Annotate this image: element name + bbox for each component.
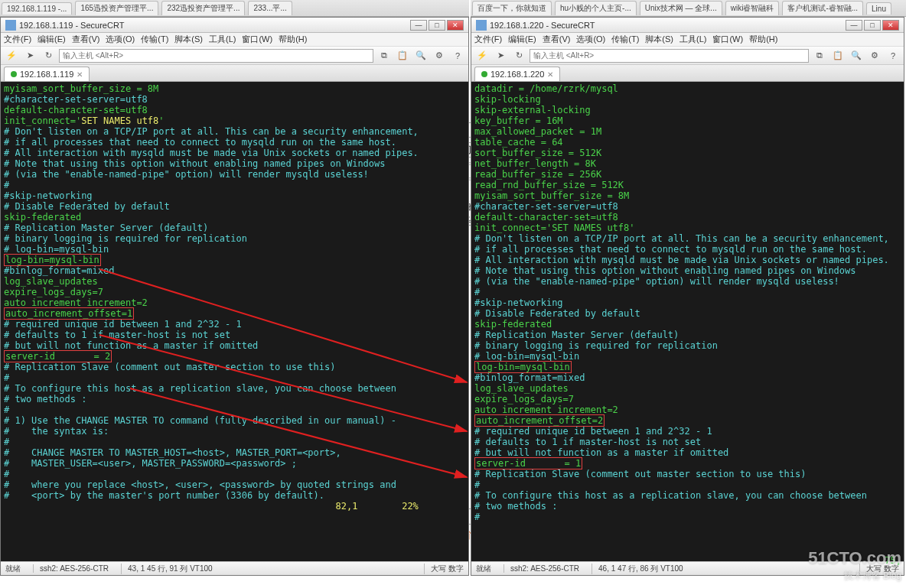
terminal-line: # Disable Federated by default [474, 308, 901, 319]
menu-item[interactable]: 传输(T) [611, 34, 639, 45]
menu-item[interactable]: 窗口(W) [712, 34, 743, 45]
close-tab-icon[interactable]: ✕ [547, 70, 553, 79]
copy-icon[interactable]: ⧉ [812, 49, 827, 63]
menubar-right: 文件(F)编辑(E)查看(V)选项(O)传输(T)脚本(S)工具(L)窗口(W)… [471, 33, 904, 47]
terminal-line: server-id = 1 [474, 458, 901, 469]
browser-tab[interactable]: hu小贱的个人主页-... [555, 1, 637, 15]
browser-tab[interactable]: Unix技术网 — 全球... [640, 1, 722, 15]
terminal-line: # 1) Use the CHANGE MASTER TO command (f… [4, 415, 465, 426]
menu-item[interactable]: 帮助(H) [749, 34, 777, 45]
terminal-line: # Replication Slave (comment out master … [474, 469, 901, 479]
browser-tab[interactable]: 192.168.1.119 -... [2, 2, 72, 15]
minimize-button[interactable]: — [846, 20, 862, 31]
help-icon[interactable]: ? [450, 49, 465, 63]
terminal-line: init_connect='SET NAMES utf8' [4, 115, 465, 126]
toolbar-left: ⚡ ➤ ↻ ⧉ 📋 🔍 ⚙ ? [1, 47, 468, 65]
terminal-line: # required unique id between 1 and 2^32 … [474, 426, 901, 437]
status-ssh: ssh2: AES-256-CTR [33, 564, 109, 573]
menu-item[interactable]: 窗口(W) [242, 34, 272, 45]
terminal-line: # defaults to 1 if master-host is not se… [474, 437, 901, 447]
close-button[interactable]: ✕ [882, 20, 899, 31]
maximize-button[interactable]: □ [429, 20, 445, 31]
terminal-left[interactable]: myisam_sort_buffer_size = 8M#character-s… [1, 82, 468, 561]
session-tab[interactable]: 192.168.1.220 ✕ [474, 67, 560, 81]
settings-icon[interactable]: ⚙ [867, 49, 882, 63]
terminal-line: # [4, 437, 465, 447]
menu-item[interactable]: 帮助(H) [279, 34, 307, 45]
terminal-line: expire_logs_days=7 [474, 394, 901, 404]
terminal-line: # Disable Federated by default [4, 201, 465, 212]
menu-item[interactable]: 脚本(S) [174, 34, 203, 45]
terminal-line: net_buffer_length = 8K [474, 158, 901, 169]
terminal-line: auto_increment_increment=2 [474, 404, 901, 415]
menu-item[interactable]: 选项(O) [576, 34, 605, 45]
browser-tab[interactable]: 客户机测试-睿智融... [782, 1, 863, 15]
line-indicator-right: 75, [885, 555, 901, 566]
menu-item[interactable]: 查看(V) [543, 34, 571, 45]
terminal-line: # log-bin=mysql-bin [474, 351, 901, 362]
menu-item[interactable]: 编辑(E) [37, 34, 66, 45]
terminal-line: log_slave_updates [4, 276, 465, 287]
terminal-line: skip-federated [474, 319, 901, 330]
menu-item[interactable]: 编辑(E) [508, 34, 536, 45]
browser-tab[interactable]: 232迅投资产管理平... [161, 1, 245, 15]
status-ready: 就绪 [476, 564, 491, 574]
terminal-line: #binlog_format=mixed [474, 372, 901, 383]
host-input-right[interactable] [530, 49, 809, 63]
menu-item[interactable]: 选项(O) [106, 34, 135, 45]
terminal-right[interactable]: datadir = /home/rzrk/mysqlskip-lockingsk… [471, 82, 904, 561]
terminal-line: auto_increment_offset=2 [474, 415, 901, 426]
status-caps: 大写 数字 [424, 564, 464, 574]
copy-icon[interactable]: ⧉ [376, 49, 392, 63]
close-tab-icon[interactable]: ✕ [77, 70, 83, 79]
browser-tab[interactable]: 233...平... [248, 1, 292, 15]
browser-tab[interactable]: 165迅投资产管理平... [75, 1, 158, 15]
session-tab[interactable]: 192.168.1.119 ✕ [4, 67, 90, 81]
browser-tabstrip-left: 192.168.1.119 -...165迅投资产管理平...232迅投资产管理… [0, 0, 469, 17]
connect-icon[interactable]: ⚡ [474, 49, 490, 63]
menu-item[interactable]: 文件(F) [4, 34, 31, 45]
terminal-line: table_cache = 64 [474, 137, 901, 148]
settings-icon[interactable]: ⚙ [432, 49, 447, 63]
terminal-line: # the syntax is: [4, 426, 465, 437]
close-button[interactable]: ✕ [447, 20, 464, 31]
menu-item[interactable]: 脚本(S) [645, 34, 673, 45]
browser-tab[interactable]: wiki睿智融科 [725, 1, 780, 15]
browser-tab[interactable]: Linu [866, 2, 891, 15]
quick-connect-icon[interactable]: ➤ [493, 49, 508, 63]
menu-item[interactable]: 文件(F) [474, 34, 502, 45]
reconnect-icon[interactable]: ↻ [511, 49, 526, 63]
titlebar-left: 192.168.1.119 - SecureCRT — □ ✕ [1, 18, 468, 33]
session-tabs-left: 192.168.1.119 ✕ [1, 65, 468, 82]
find-icon[interactable]: 🔍 [413, 49, 429, 63]
menu-item[interactable]: 工具(L) [680, 34, 706, 45]
paste-icon[interactable]: 📋 [395, 49, 410, 63]
browser-tab[interactable]: 百度一下，你就知道 [472, 1, 552, 15]
terminal-line: log-bin=mysql-bin [4, 255, 465, 265]
help-icon[interactable]: ? [885, 49, 901, 63]
find-icon[interactable]: 🔍 [849, 49, 864, 63]
terminal-line: # CHANGE MASTER TO MASTER_HOST=<host>, M… [4, 447, 465, 458]
terminal-line: # (via the "enable-named-pipe" option) w… [474, 276, 901, 287]
menu-item[interactable]: 工具(L) [209, 34, 236, 45]
terminal-line: datadir = /home/rzrk/mysql [474, 83, 901, 94]
terminal-line: # Replication Master Server (default) [474, 330, 901, 340]
connect-icon[interactable]: ⚡ [4, 49, 19, 63]
terminal-line: # [4, 404, 465, 415]
menu-item[interactable]: 查看(V) [72, 34, 100, 45]
terminal-line: #binlog_format=mixed [4, 265, 465, 276]
terminal-line: server-id = 2 [4, 351, 465, 362]
reconnect-icon[interactable]: ↻ [41, 49, 56, 63]
menu-item[interactable]: 传输(T) [141, 34, 168, 45]
terminal-line: read_rnd_buffer_size = 512K [474, 180, 901, 190]
maximize-button[interactable]: □ [864, 20, 881, 31]
terminal-line: # To configure this host as a replicatio… [4, 383, 465, 394]
terminal-line: # two methods : [474, 501, 901, 512]
terminal-line: # Don't listen on a TCP/IP port at all. … [474, 233, 901, 244]
paste-icon[interactable]: 📋 [830, 49, 846, 63]
host-input-left[interactable] [59, 49, 373, 63]
minimize-button[interactable]: — [410, 20, 427, 31]
terminal-line: # [474, 287, 901, 297]
quick-connect-icon[interactable]: ➤ [22, 49, 37, 63]
terminal-line: skip-locking [474, 94, 901, 105]
